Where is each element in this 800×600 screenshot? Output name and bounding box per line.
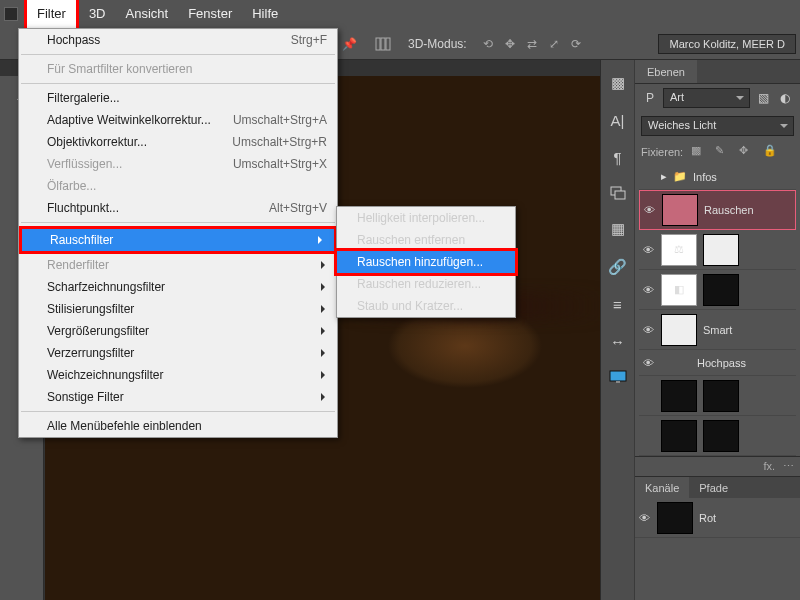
lock-move-icon[interactable]: ✥	[739, 144, 755, 160]
menu-oilpaint: Ölfarbe...	[19, 175, 337, 197]
styles-icon[interactable]: ▦	[611, 220, 625, 238]
pan-icon[interactable]: ✥	[505, 37, 519, 51]
menu-filter[interactable]: Filter	[24, 0, 79, 31]
smart-filter-row[interactable]: 👁 Hochpass	[639, 350, 796, 376]
layer-row[interactable]: 👁 Smart	[639, 310, 796, 350]
menu-filtergallery[interactable]: Filtergalerie...	[19, 87, 337, 109]
layer-row[interactable]	[639, 416, 796, 456]
menu-last-filter[interactable]: HochpassStrg+F	[19, 29, 337, 51]
history-icon[interactable]: ↔	[610, 333, 625, 350]
mask-thumb[interactable]	[703, 274, 739, 306]
layer-thumb[interactable]	[662, 194, 698, 226]
orbit-icon[interactable]: ⟲	[483, 37, 497, 51]
menu-renderfilter[interactable]: Renderfilter	[19, 254, 337, 276]
lock-label: Fixieren:	[641, 146, 683, 158]
menu-show-all[interactable]: Alle Menübefehle einblenden	[19, 415, 337, 437]
mask-thumb[interactable]	[703, 234, 739, 266]
menu-wideangle[interactable]: Adaptive Weitwinkelkorrektur...Umschalt+…	[19, 109, 337, 131]
lock-paint-icon[interactable]: ✎	[715, 144, 731, 160]
kind-select[interactable]: Art	[663, 88, 750, 108]
ch-thumb[interactable]	[657, 502, 693, 534]
search-icon[interactable]: P	[641, 89, 659, 107]
submenu-add-noise[interactable]: Rauschen hinzufügen...	[337, 251, 515, 273]
link-icon[interactable]: 🔗	[608, 258, 627, 276]
menu-lenscorrect[interactable]: Objektivkorrektur...Umschalt+Strg+R	[19, 131, 337, 153]
layers-small-icon[interactable]	[610, 186, 626, 200]
layer-row[interactable]: 👁 ◧	[639, 270, 796, 310]
tab-kanaele[interactable]: Kanäle	[635, 477, 689, 498]
channel-row[interactable]: 👁 Rot	[635, 498, 800, 538]
panel-tabs: Ebenen	[635, 60, 800, 84]
submenu-despeckle[interactable]: Rauschen entfernen	[337, 229, 515, 251]
layer-row-selected[interactable]: 👁 Rauschen	[639, 190, 796, 230]
channel-label: Rot	[699, 512, 716, 524]
menu-distort[interactable]: Verzerrungsfilter	[19, 342, 337, 364]
menu-fenster[interactable]: Fenster	[178, 0, 242, 28]
filter-dropdown: HochpassStrg+F Für Smartfilter konvertie…	[18, 28, 338, 438]
lock-all-icon[interactable]: 🔒	[763, 144, 779, 160]
layer-row[interactable]: 👁 ⚖	[639, 230, 796, 270]
filter-img-icon[interactable]: ▧	[754, 89, 772, 107]
text-icon[interactable]: A|	[611, 112, 625, 129]
adjust-thumb[interactable]: ◧	[661, 274, 697, 306]
move-icon[interactable]: ⇄	[527, 37, 541, 51]
smart-filter-label: Hochpass	[697, 357, 746, 369]
menu-hilfe[interactable]: Hilfe	[242, 0, 288, 28]
columns-icon[interactable]	[374, 35, 392, 53]
visibility-icon[interactable]: 👁	[641, 357, 655, 369]
scale-icon[interactable]: ⤢	[549, 37, 563, 51]
visibility-icon[interactable]: 👁	[641, 244, 655, 256]
filter-adj-icon[interactable]: ◐	[776, 89, 794, 107]
svg-rect-0	[376, 38, 380, 50]
menu-3d[interactable]: 3D	[79, 0, 116, 28]
layer-footer: fx. ⋯	[635, 456, 800, 476]
visibility-icon[interactable]: 👁	[637, 512, 651, 524]
layers-list: ▸ 📁 Infos 👁 Rauschen 👁 ⚖ 👁 ◧ 👁	[635, 164, 800, 456]
layers-panel: Ebenen P Art ▧ ◐ Weiches Licht Fixieren:…	[635, 60, 800, 600]
menu-ansicht[interactable]: Ansicht	[116, 0, 179, 28]
layer-thumb[interactable]	[661, 380, 697, 412]
menu-rauschfilter[interactable]: Rauschfilter	[19, 226, 337, 254]
fx-icon[interactable]: fx.	[763, 460, 775, 473]
layer-thumb[interactable]	[661, 314, 697, 346]
svg-rect-5	[610, 371, 626, 381]
align-icon[interactable]: ≡	[613, 296, 622, 313]
right-panels: ▩ A| ¶ ▦ 🔗 ≡ ↔ Ebenen P Art ▧ ◐ Weiches …	[600, 60, 800, 600]
lock-trans-icon[interactable]: ▩	[691, 144, 707, 160]
mask-thumb[interactable]	[703, 420, 739, 452]
tab-pfade[interactable]: Pfade	[689, 477, 738, 498]
visibility-icon[interactable]: 👁	[642, 204, 656, 216]
chain-icon[interactable]: ⋯	[783, 460, 794, 473]
menu-blur[interactable]: Weichzeichnungsfilter	[19, 364, 337, 386]
submenu-reduce-noise[interactable]: Rauschen reduzieren...	[337, 273, 515, 295]
menu-magnify[interactable]: Vergrößerungsfilter	[19, 320, 337, 342]
swatches-icon[interactable]: ▩	[611, 74, 625, 92]
tab-ebenen[interactable]: Ebenen	[635, 60, 697, 83]
submenu-dust[interactable]: Staub und Kratzer...	[337, 295, 515, 317]
adjust-thumb[interactable]: ⚖	[661, 234, 697, 266]
layer-row[interactable]	[639, 376, 796, 416]
screen-icon[interactable]	[609, 370, 627, 384]
visibility-icon[interactable]: 👁	[641, 284, 655, 296]
menu-stylize[interactable]: Stilisierungsfilter	[19, 298, 337, 320]
app-icon	[4, 7, 18, 21]
menu-sharpen[interactable]: Scharfzeichnungsfilter	[19, 276, 337, 298]
blend-select[interactable]: Weiches Licht	[641, 116, 794, 136]
paragraph-icon[interactable]: ¶	[613, 149, 621, 166]
visibility-icon[interactable]: 👁	[641, 324, 655, 336]
panel-head: P Art ▧ ◐	[635, 84, 800, 112]
svg-rect-1	[381, 38, 385, 50]
disclosure-icon[interactable]: ▸	[661, 170, 667, 183]
submenu-interpolate[interactable]: Helligkeit interpolieren...	[337, 207, 515, 229]
mode-icons[interactable]: ⟲ ✥ ⇄ ⤢ ⟳	[483, 37, 585, 51]
menu-other[interactable]: Sonstige Filter	[19, 386, 337, 408]
pin-icon[interactable]: 📌	[340, 35, 358, 53]
mask-thumb[interactable]	[703, 380, 739, 412]
options-label: 3D-Modus:	[408, 37, 467, 51]
group-row[interactable]: ▸ 📁 Infos	[639, 164, 796, 190]
panel-strip: ▩ A| ¶ ▦ 🔗 ≡ ↔	[601, 60, 635, 600]
menu-vanish[interactable]: Fluchtpunkt...Alt+Strg+V	[19, 197, 337, 219]
layer-thumb[interactable]	[661, 420, 697, 452]
rotate-icon[interactable]: ⟳	[571, 37, 585, 51]
user-button[interactable]: Marco Kolditz, MEER D	[658, 34, 796, 54]
